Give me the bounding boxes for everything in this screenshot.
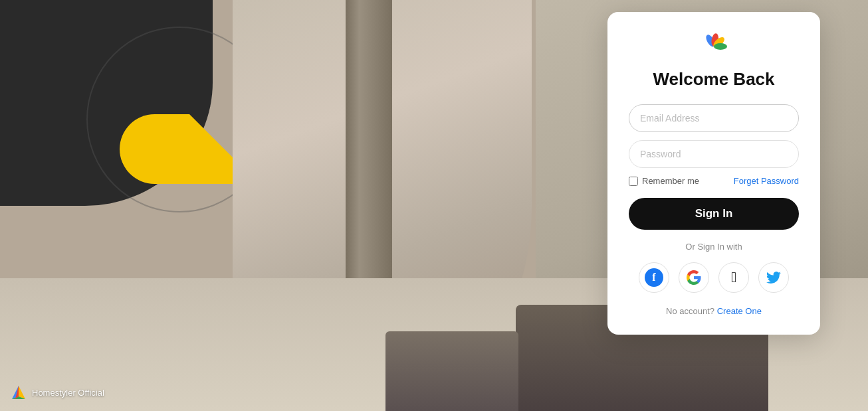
forget-password-link[interactable]: Forget Password bbox=[734, 176, 799, 186]
or-signin-text: Or Sign In with bbox=[629, 242, 799, 252]
social-buttons-row: f  bbox=[629, 262, 799, 293]
signin-button[interactable]: Sign In bbox=[629, 198, 799, 230]
svg-point-7 bbox=[714, 43, 727, 50]
options-row: Remember me Forget Password bbox=[629, 176, 799, 186]
branding-logo-icon bbox=[11, 384, 27, 400]
facebook-icon: f bbox=[645, 268, 663, 287]
create-account-link[interactable]: Create One bbox=[717, 306, 762, 316]
twitter-icon bbox=[766, 270, 781, 285]
password-input[interactable] bbox=[629, 140, 799, 168]
card-title: Welcome Back bbox=[629, 69, 799, 90]
remember-label[interactable]: Remember me bbox=[629, 176, 699, 186]
twitter-signin-button[interactable] bbox=[758, 262, 789, 293]
app-logo-icon bbox=[701, 33, 727, 60]
branding-name: Homestyler Official bbox=[32, 388, 104, 398]
login-card: Welcome Back Remember me Forget Password… bbox=[607, 12, 820, 335]
facebook-signin-button[interactable]: f bbox=[639, 262, 669, 293]
card-logo-container bbox=[629, 33, 799, 60]
remember-text: Remember me bbox=[642, 176, 699, 186]
google-icon bbox=[686, 270, 702, 286]
apple-icon:  bbox=[731, 269, 736, 286]
email-input[interactable] bbox=[629, 104, 799, 132]
no-account-row: No account? Create One bbox=[629, 306, 799, 316]
google-signin-button[interactable] bbox=[679, 262, 709, 293]
branding-bar: Homestyler Official bbox=[11, 384, 104, 400]
remember-checkbox[interactable] bbox=[629, 177, 638, 186]
apple-signin-button[interactable]:  bbox=[718, 262, 749, 293]
no-account-text: No account? bbox=[666, 306, 714, 316]
